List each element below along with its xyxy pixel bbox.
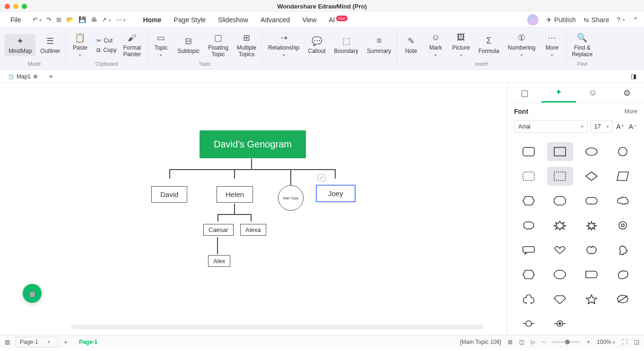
redo-button[interactable]: ↷ <box>46 16 52 23</box>
copy-button[interactable]: ⧉Copy <box>95 46 118 54</box>
shape-cloud[interactable] <box>610 191 635 210</box>
user-avatar[interactable] <box>527 14 539 26</box>
close-window-button[interactable] <box>5 4 10 9</box>
floating-topic-button[interactable]: ▢Floating Topic <box>204 31 232 59</box>
page-selector[interactable]: Page-1▾ <box>16 337 58 347</box>
shape-apple[interactable] <box>579 240 604 259</box>
decrease-font-button[interactable]: A⁻ <box>628 122 637 131</box>
more-insert-button[interactable]: ⋯More▾ <box>540 31 564 60</box>
shape-gear[interactable] <box>610 216 635 235</box>
font-family-select[interactable]: Arial▾ <box>514 120 588 133</box>
node-alex[interactable]: Alex <box>208 255 230 267</box>
minimize-window-button[interactable] <box>13 4 18 9</box>
shape-leaf[interactable] <box>610 265 635 284</box>
multiple-topics-button[interactable]: ⊞Multiple Topics <box>233 31 260 59</box>
shape-bubble1[interactable] <box>516 216 541 235</box>
undo-button[interactable]: ↶ ▾ <box>33 16 42 23</box>
shape-octagon2[interactable] <box>547 265 573 284</box>
shape-capsule[interactable] <box>579 191 604 210</box>
shape-diamond[interactable] <box>579 167 604 186</box>
shape-tab[interactable] <box>579 265 604 284</box>
sb-layout-button[interactable]: ◫ <box>519 339 524 345</box>
shape-strike-ellipse[interactable] <box>610 290 635 308</box>
shape-node-target[interactable] <box>547 314 573 333</box>
node-joey[interactable]: Joey <box>316 185 356 202</box>
boundary-button[interactable]: ⬚Boundary <box>331 34 362 56</box>
tab-advanced[interactable]: Advanced <box>260 14 291 26</box>
print-button[interactable]: 🖶 <box>91 16 97 23</box>
tab-slideshow[interactable]: Slideshow <box>217 14 249 26</box>
horizontal-scrollbar[interactable] <box>71 325 483 329</box>
paste-button[interactable]: 📋Paste▾ <box>68 31 92 60</box>
toggle-panel-button[interactable]: ◨ <box>627 73 640 80</box>
mark-button[interactable]: ☺Mark▾ <box>424 31 447 60</box>
open-button[interactable]: 📂 <box>66 16 74 23</box>
picture-button[interactable]: 🖼Picture▾ <box>448 31 473 60</box>
note-button[interactable]: ✎Note <box>399 34 423 56</box>
fit-button[interactable]: ⛶ <box>622 339 627 345</box>
node-helen[interactable]: Helen <box>217 186 253 203</box>
summary-button[interactable]: ≡Summary <box>363 34 395 56</box>
find-replace-button[interactable]: 🔍Find & Replace <box>568 31 596 59</box>
shape-speech[interactable] <box>516 240 541 259</box>
outliner-mode-button[interactable]: ☰Outliner <box>36 34 64 56</box>
zoom-out-button[interactable]: − <box>542 339 545 345</box>
sb-grid-button[interactable]: ⊞ <box>508 339 513 345</box>
node-david[interactable]: David <box>151 186 187 203</box>
fullscreen-button[interactable]: ◲ <box>634 339 639 345</box>
sb-outline-button[interactable]: ▥ <box>5 339 10 345</box>
current-page-tab[interactable]: Page-1 <box>73 339 103 345</box>
shape-hexagon[interactable] <box>516 191 541 210</box>
shape-hexagon2[interactable] <box>516 265 541 284</box>
shape-rect[interactable] <box>547 142 573 161</box>
increase-font-button[interactable]: A⁺ <box>615 122 625 131</box>
shape-ellipse[interactable] <box>579 142 604 161</box>
numbering-button[interactable]: ①Numbering▾ <box>504 31 540 60</box>
tab-page-style[interactable]: Page Style <box>173 14 207 26</box>
shape-parallelogram[interactable] <box>610 167 635 186</box>
zoom-level[interactable]: 100% ▾ <box>597 339 615 345</box>
shape-burst2[interactable] <box>579 216 604 235</box>
sp-tab-icons[interactable]: ☺ <box>576 83 610 103</box>
shape-quatrefoil[interactable] <box>516 290 541 308</box>
format-painter-button[interactable]: 🖌Format Painter <box>119 31 145 59</box>
shape-circle[interactable] <box>610 142 635 161</box>
relationship-button[interactable]: ⇢Relationship▾ <box>264 31 303 60</box>
node-caesar[interactable]: Caesar <box>203 224 234 236</box>
export-button[interactable]: ↗ ▾ <box>102 16 111 23</box>
sp-tab-settings[interactable]: ⚙ <box>610 83 644 103</box>
sp-tab-layout[interactable]: ▢ <box>507 83 541 103</box>
tab-view[interactable]: View <box>301 14 317 26</box>
zoom-in-button[interactable]: + <box>587 339 590 345</box>
node-alexa[interactable]: Alexa <box>240 224 266 236</box>
font-size-select[interactable]: 17▾ <box>591 120 612 133</box>
save-button[interactable]: 💾 <box>78 16 86 23</box>
share-button[interactable]: ⇆Share <box>583 16 609 24</box>
collapse-ribbon-button[interactable]: ⌃ <box>633 16 638 24</box>
sp-tab-style[interactable]: ✦ <box>541 83 575 103</box>
node-main-topic[interactable]: Main Topic <box>278 185 304 211</box>
more-qat-button[interactable]: ⋯ ▾ <box>116 16 126 23</box>
shape-head[interactable] <box>610 240 635 259</box>
subtopic-button[interactable]: ⊟Subtopic <box>174 34 203 56</box>
add-page-button[interactable]: + <box>64 338 68 346</box>
tab-ai[interactable]: AIHot <box>328 14 348 26</box>
shape-burst1[interactable] <box>547 216 573 235</box>
callout-button[interactable]: 💬Callout <box>304 34 329 56</box>
topic-button[interactable]: ▭Topic▾ <box>149 31 173 60</box>
formula-button[interactable]: ΣFormula <box>475 34 503 56</box>
shape-dashed-rect[interactable] <box>547 167 573 186</box>
add-tab-button[interactable]: + <box>46 72 56 81</box>
mindmap-mode-button[interactable]: ✦MindMap <box>5 34 35 56</box>
shape-node-circle[interactable] <box>516 314 541 333</box>
shape-rounded-rect[interactable] <box>516 142 541 161</box>
publish-button[interactable]: ✈Publish <box>546 16 576 24</box>
sb-preview-button[interactable]: ▷ <box>531 339 535 345</box>
doc-tab-map1[interactable]: ◳ Map1 <box>4 72 42 81</box>
zoom-slider[interactable] <box>552 341 580 343</box>
file-menu[interactable]: File <box>6 14 26 26</box>
shape-star[interactable] <box>579 290 604 308</box>
shape-gem[interactable] <box>547 290 573 308</box>
maximize-window-button[interactable] <box>22 4 27 9</box>
shape-heart[interactable] <box>547 240 573 259</box>
